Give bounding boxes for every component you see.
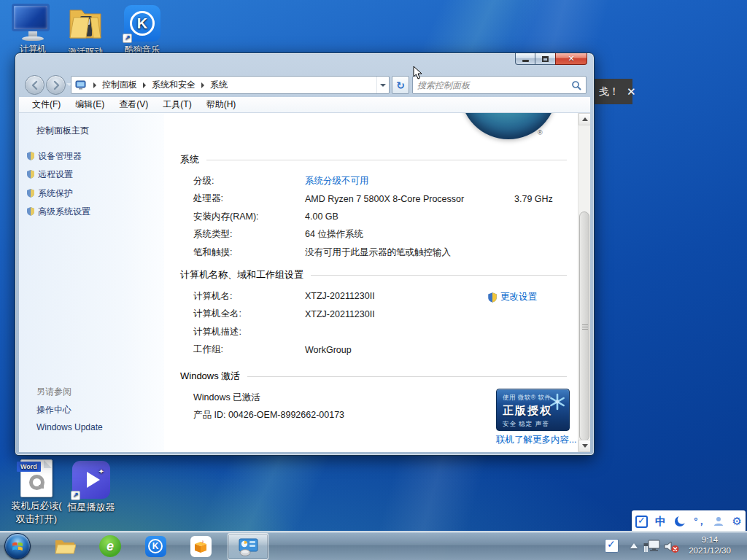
desktop-icon-computer[interactable]: 计算机 <box>6 4 60 55</box>
minimize-button[interactable] <box>515 53 535 65</box>
menu-view[interactable]: 查看(V) <box>112 97 155 112</box>
sidebar-item-control-panel-home[interactable]: 控制面板主页 <box>36 125 89 137</box>
desktop-icon-kugou[interactable]: K ↗ 酷狗音乐 <box>115 5 169 56</box>
kugou-icon: K <box>145 536 166 557</box>
close-icon: ✕ <box>568 54 574 63</box>
scrollbar-thumb[interactable] <box>579 211 589 441</box>
row-label: 处理器: <box>193 192 305 205</box>
refresh-button[interactable]: ↻ <box>392 76 409 94</box>
sidebar-item-action-center[interactable]: 操作中心 <box>36 404 71 416</box>
uac-shield-icon <box>26 169 35 179</box>
ime-settings-gear-icon[interactable]: ⚙ <box>732 515 741 528</box>
software-box-icon: ♪ <box>190 536 212 557</box>
minimize-icon <box>522 60 529 62</box>
start-button[interactable] <box>4 533 31 559</box>
row-label: 工作组: <box>193 343 305 356</box>
navigation-toolbar: 控制面板 系统和安全 系统 ↻ <box>19 73 590 97</box>
forward-arrow-icon <box>51 80 61 90</box>
menu-help[interactable]: 帮助(H) <box>199 97 244 112</box>
ad-popup-text: 戋！ <box>599 85 619 98</box>
back-button[interactable] <box>25 75 44 95</box>
forward-button[interactable] <box>46 75 66 95</box>
genuine-star-icon <box>548 392 567 411</box>
taskbar-browser-button[interactable]: e <box>99 535 121 557</box>
ime-logo-icon[interactable] <box>635 516 648 528</box>
menu-edit[interactable]: 编辑(E) <box>68 97 112 112</box>
vertical-scrollbar[interactable] <box>578 113 590 452</box>
ime-fullwidth-moon-icon[interactable] <box>673 515 686 528</box>
sidebar-item-system-protection[interactable]: 系统保护 <box>38 187 73 200</box>
breadcrumb-arrow-icon <box>143 82 146 88</box>
section-title: 计算机名称、域和工作组设置 <box>180 268 303 281</box>
taskbar-explorer-button[interactable] <box>54 535 76 557</box>
network-tray-icon[interactable] <box>643 540 661 553</box>
desktop: { "colors": { "link": "#0066cc", "badge_… <box>0 0 747 560</box>
taskbar-active-system-window-button[interactable] <box>228 533 268 560</box>
ime-punctuation-icon[interactable]: °， <box>694 515 705 528</box>
menu-file[interactable]: 文件(F) <box>25 97 68 112</box>
ime-tray-icon[interactable] <box>605 539 619 553</box>
search-box[interactable] <box>412 76 587 94</box>
row-value: 64 位操作系统 <box>305 228 363 241</box>
row-value: AMD Ryzen 7 5800X 8-Core Processor <box>305 194 464 204</box>
uac-shield-icon <box>26 188 35 198</box>
product-id: 产品 ID: 00426-OEM-8992662-00173 <box>193 409 344 421</box>
scroll-down-button[interactable] <box>578 440 590 452</box>
row-label: 计算机全名: <box>193 308 305 320</box>
section-title: Windows 激活 <box>180 370 240 383</box>
desktop-icon-label: 恒星播放器 <box>58 501 124 514</box>
star-player-icon: ✦ ↗ <box>72 461 110 499</box>
ime-user-icon[interactable] <box>713 516 724 527</box>
taskbar-software-box-button[interactable]: ♪ <box>190 535 212 557</box>
learn-more-online-link[interactable]: 联机了解更多内容... <box>496 434 576 446</box>
breadcrumb-control-panel[interactable]: 控制面板 <box>101 79 139 91</box>
window-titlebar[interactable]: ✕ <box>15 53 594 73</box>
desktop-icon-activate-driver[interactable]: 激活驱动 <box>58 6 112 58</box>
maximize-button[interactable] <box>535 53 555 65</box>
show-hidden-icons-button[interactable] <box>630 543 638 548</box>
see-also-header: 另请参阅 <box>36 386 71 398</box>
sidebar-item-windows-update[interactable]: Windows Update <box>36 422 103 432</box>
clock-date: 2021/12/30 <box>680 545 740 556</box>
volume-muted-tray-icon[interactable] <box>664 540 680 553</box>
section-title: 系统 <box>180 153 199 166</box>
mouse-cursor <box>413 66 422 79</box>
ad-popup[interactable]: 戋！ ✕ <box>593 79 632 104</box>
shortcut-arrow-icon: ↗ <box>123 34 132 43</box>
close-button[interactable]: ✕ <box>555 53 587 65</box>
sidebar-item-device-manager[interactable]: 设备管理器 <box>38 150 82 163</box>
sidebar-item-advanced-system-settings[interactable]: 高级系统设置 <box>38 206 90 218</box>
scroll-up-button[interactable] <box>578 113 590 125</box>
taskbar-clock[interactable]: 9:14 2021/12/30 <box>680 534 740 556</box>
clock-time: 9:14 <box>680 534 740 545</box>
refresh-icon: ↻ <box>396 79 405 91</box>
menu-bar: 文件(F) 编辑(E) 查看(V) 工具(T) 帮助(H) <box>19 97 590 113</box>
cpu-speed: 3.79 GHz <box>514 194 553 204</box>
breadcrumb-system[interactable]: 系统 <box>209 79 229 91</box>
back-arrow-icon <box>30 80 40 90</box>
ime-language-bar[interactable]: 中 °， ⚙ <box>632 510 746 532</box>
menu-tools[interactable]: 工具(T) <box>155 97 198 112</box>
desktop-icon-star-player[interactable]: ✦ ↗ 恒星播放器 <box>58 461 124 514</box>
row-label: 安装内存(RAM): <box>193 211 305 223</box>
row-value: WorkGroup <box>305 345 352 355</box>
address-bar[interactable]: 控制面板 系统和安全 系统 <box>71 76 390 94</box>
close-icon[interactable]: ✕ <box>627 85 636 98</box>
uac-shield-icon <box>26 206 35 216</box>
rating-link[interactable]: 系统分级不可用 <box>305 175 369 187</box>
change-settings-link[interactable]: 更改设置 <box>487 291 537 303</box>
word-doc-icon: Word <box>20 459 53 497</box>
sidebar-item-remote-settings[interactable]: 远程设置 <box>38 168 73 181</box>
row-label: 计算机描述: <box>193 326 305 338</box>
ime-chinese-mode-icon[interactable]: 中 <box>655 515 666 529</box>
row-value: 没有可用于此显示器的笔或触控输入 <box>305 246 451 259</box>
system-window: ✕ 控制面板 系统和安全 系统 ↻ <box>15 52 595 456</box>
explorer-folder-icon <box>54 537 76 556</box>
section-computer-name: 计算机名称、域和工作组设置 计算机名:XTZJ-20211230II 计算机全名… <box>180 268 567 359</box>
uac-shield-icon <box>487 292 498 303</box>
badge-line3: 安全 稳定 声誉 <box>503 420 565 429</box>
search-input[interactable] <box>413 80 571 90</box>
breadcrumb-system-security[interactable]: 系统和安全 <box>150 79 197 91</box>
address-dropdown-button[interactable] <box>376 77 389 93</box>
taskbar-kugou-button[interactable]: K <box>144 535 166 557</box>
